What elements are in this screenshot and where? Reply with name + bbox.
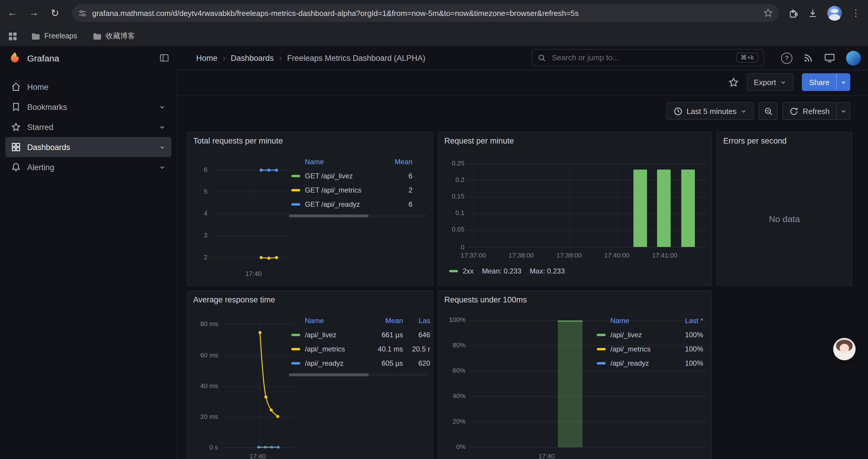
chevron-down-icon[interactable] [159, 164, 165, 170]
series-color-green [597, 334, 606, 336]
help-icon[interactable]: ? [781, 52, 793, 64]
y-tick-label: 0.05 [442, 226, 464, 233]
export-button[interactable]: Export [747, 73, 794, 91]
share-menu-caret[interactable] [836, 74, 850, 90]
legend-header-name[interactable]: Name [305, 158, 378, 166]
sidebar: Home Bookmarks Starred [0, 70, 177, 459]
search-box[interactable]: ⌘+k [532, 49, 764, 66]
legend-scrollbar[interactable] [289, 215, 427, 218]
download-icon[interactable] [808, 8, 818, 18]
refresh-button[interactable]: Refresh [783, 103, 836, 119]
legend-header-name[interactable]: Name [610, 317, 669, 325]
grafana-header: Grafana Home › Dashboards › Freeleaps Me… [0, 46, 868, 70]
chevron-down-icon[interactable] [159, 144, 165, 150]
browser-menu-icon[interactable]: ⋮ [851, 8, 860, 18]
legend-row[interactable]: /api/_metrics 100% [597, 342, 703, 356]
x-tick-label: 17:39:00 [551, 252, 587, 259]
chevron-down-icon[interactable] [159, 104, 165, 110]
site-info-icon[interactable] [78, 8, 87, 18]
dock-sidebar-icon[interactable] [159, 53, 169, 63]
dashboards-icon [11, 142, 21, 152]
breadcrumb-home[interactable]: Home [196, 54, 217, 62]
favorite-star-icon[interactable] [728, 77, 738, 87]
share-label: Share [809, 78, 830, 87]
profile-avatar[interactable] [827, 6, 842, 21]
bookmark-item-freeleaps[interactable]: Freeleaps [31, 32, 77, 40]
legend-header-last[interactable]: Last * [669, 317, 703, 325]
legend-row[interactable]: /api/_readyz 100% [597, 356, 703, 370]
legend-row[interactable]: /api/_livez 661 µs 646 [291, 328, 430, 342]
legend-header-mean[interactable]: Mean [378, 158, 412, 166]
y-tick-label: 0 [442, 243, 464, 251]
apps-grid-icon[interactable] [8, 32, 17, 40]
dashboard-actions: Export Share [728, 73, 850, 91]
x-tick-label: 17:40 [531, 453, 562, 459]
panel-title[interactable]: Average response time [193, 295, 275, 304]
total-requests-plot[interactable] [211, 165, 289, 263]
legend-header-last[interactable]: Las [403, 317, 430, 325]
legend-header-name[interactable]: Name [305, 317, 365, 325]
panel-title[interactable]: Request per minute [444, 136, 514, 145]
series-color-green [449, 270, 458, 272]
panel-title[interactable]: Errors per second [723, 136, 787, 145]
home-icon [11, 82, 21, 92]
legend-mean: Mean: 0.233 [482, 267, 521, 275]
legend: 2xx Mean: 0.233 Max: 0.233 [449, 267, 565, 275]
y-tick-label: 0.1 [442, 209, 464, 216]
user-avatar[interactable] [846, 51, 861, 65]
sidebar-item-alerting[interactable]: Alerting [5, 157, 172, 177]
sidebar-item-home[interactable]: Home [5, 77, 172, 97]
star-icon [11, 122, 21, 132]
export-label: Export [754, 78, 776, 87]
legend-scrollbar[interactable] [289, 373, 427, 376]
panel-title[interactable]: Total requests per minute [193, 136, 283, 145]
series-color-yellow [291, 189, 300, 191]
kiosk-monitor-icon[interactable] [824, 53, 835, 63]
forward-icon[interactable]: → [25, 4, 42, 22]
legend-row[interactable]: /api/_livez 100% [597, 328, 703, 342]
request-per-minute-plot[interactable] [467, 164, 706, 248]
bookmark-item-blog[interactable]: 收藏博客 [92, 31, 135, 41]
grafana-logo[interactable] [8, 52, 21, 64]
refresh-label: Refresh [803, 107, 830, 116]
legend-row[interactable]: /api/_readyz 605 µs 620 [291, 356, 430, 370]
floating-assistant-avatar[interactable] [833, 338, 856, 360]
search-input[interactable] [551, 53, 736, 63]
news-rss-icon[interactable] [804, 53, 813, 63]
sidebar-item-starred[interactable]: Starred [5, 117, 172, 137]
y-tick-label: 40 ms [192, 382, 218, 389]
legend-row[interactable]: GET /api/_readyz 6 [291, 197, 412, 211]
y-tick-label: 80 ms [192, 320, 218, 327]
sidebar-item-dashboards[interactable]: Dashboards [5, 137, 172, 157]
sidebar-item-bookmarks[interactable]: Bookmarks [5, 97, 172, 117]
legend-row[interactable]: /api/_metrics 40.1 ms 20.5 r [291, 342, 430, 356]
grafana-header-left: Grafana [0, 46, 177, 70]
legend-header-mean[interactable]: Mean [365, 317, 403, 325]
refresh-interval-caret[interactable] [836, 103, 850, 119]
zoom-out-button[interactable] [759, 102, 778, 120]
share-button[interactable]: Share [803, 74, 836, 90]
legend-header: Name Mean Las [291, 314, 430, 328]
x-tick-label: 17:40 [242, 453, 273, 459]
time-range-picker[interactable]: Last 5 minutes [666, 102, 754, 120]
url-bar[interactable]: grafana.mathmast.com/d/deytv4rwavabkb/fr… [72, 4, 779, 22]
breadcrumb-current: Freeleaps Metrics Dashboard (ALPHA) [287, 54, 426, 62]
back-icon[interactable]: ← [4, 4, 21, 22]
legend-table: Name Mean GET /api/_livez 6 GET /api/_me… [291, 155, 412, 211]
breadcrumb-dashboards[interactable]: Dashboards [231, 54, 274, 62]
chevron-down-icon[interactable] [159, 124, 165, 130]
series-color-blue [597, 362, 606, 364]
extensions-icon[interactable] [788, 8, 798, 18]
bookmark-star-icon[interactable] [764, 8, 773, 18]
panel-grid: Total requests per minute 6 5 4 3 2 17:4… [187, 132, 852, 459]
average-response-plot[interactable] [223, 321, 294, 454]
no-data-message: No data [717, 214, 851, 224]
legend-row[interactable]: GET /api/_metrics 2 [291, 183, 412, 197]
panel-title[interactable]: Requests under 100ms [444, 295, 527, 304]
legend-item-2xx[interactable]: 2xx [449, 267, 473, 275]
panel-request-per-minute: Request per minute 0.25 0.2 0.15 0.1 0.0… [438, 132, 712, 286]
reload-icon[interactable]: ↻ [46, 4, 64, 22]
legend-row[interactable]: GET /api/_livez 6 [291, 169, 412, 183]
time-range-label: Last 5 minutes [687, 107, 737, 116]
clock-icon [674, 107, 682, 116]
